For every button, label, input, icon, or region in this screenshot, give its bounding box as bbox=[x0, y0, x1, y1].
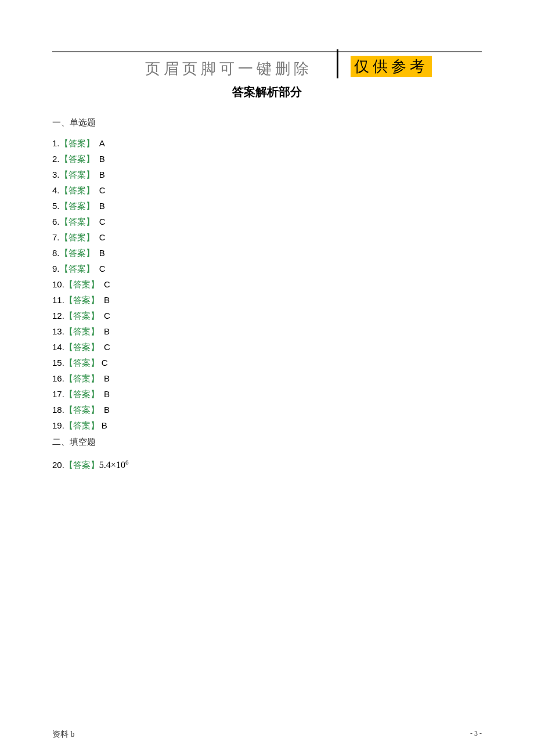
answer-label: 【答案】 bbox=[60, 248, 95, 258]
answer-value: C bbox=[102, 279, 110, 289]
page-title: 答案解析部分 bbox=[52, 84, 482, 100]
answer-number: 8. bbox=[52, 248, 60, 258]
answer-row: 8.【答案】 B bbox=[52, 245, 482, 261]
answer-value: B bbox=[102, 326, 110, 336]
answer-number: 5. bbox=[52, 201, 60, 211]
answer-value: C bbox=[102, 358, 108, 368]
answer-value: B bbox=[97, 248, 105, 258]
answer-label: 【答案】 bbox=[64, 279, 99, 289]
answer-value: B bbox=[97, 201, 105, 211]
answer-number: 19. bbox=[52, 420, 64, 430]
section-1-heading: 一、单选题 bbox=[52, 117, 482, 128]
answer-value: B bbox=[97, 154, 105, 164]
answer-label: 【答案】 bbox=[60, 138, 95, 148]
answer-number: 3. bbox=[52, 170, 60, 179]
answer-value: C bbox=[102, 311, 110, 321]
answer-number: 13. bbox=[52, 326, 64, 336]
footer-page-number: - 3 - bbox=[470, 729, 482, 740]
answer-value: B bbox=[97, 170, 105, 179]
answer-value: C bbox=[97, 217, 106, 226]
answer-row: 10.【答案】 C bbox=[52, 276, 482, 292]
multiple-choice-answers: 1.【答案】 A 2.【答案】 B 3.【答案】 B 4.【答案】 C 5.【答… bbox=[52, 135, 482, 433]
answer-label: 【答案】 bbox=[60, 264, 95, 273]
answer-number: 7. bbox=[52, 232, 60, 242]
answer-value: C bbox=[97, 264, 106, 273]
answer-number: 2. bbox=[52, 154, 60, 164]
footer-left: 资料 b bbox=[52, 729, 75, 740]
answer-row: 11.【答案】 B bbox=[52, 292, 482, 308]
page-footer: 资料 b - 3 - bbox=[52, 729, 482, 740]
answer-label: 【答案】 bbox=[64, 358, 99, 368]
header-underline bbox=[52, 51, 482, 52]
answer-value: A bbox=[97, 138, 105, 148]
answer-label: 【答案】 bbox=[60, 232, 95, 242]
answer-label: 【答案】 bbox=[64, 389, 99, 399]
formula-exponent: 6 bbox=[125, 459, 129, 466]
answer-number: 14. bbox=[52, 342, 64, 352]
answer-label: 【答案】 bbox=[64, 460, 99, 470]
answer-row: 1.【答案】 A bbox=[52, 135, 482, 151]
answer-number: 16. bbox=[52, 373, 64, 383]
answer-row: 15.【答案】C bbox=[52, 355, 482, 370]
answer-value: B bbox=[102, 373, 110, 383]
answer-number: 10. bbox=[52, 279, 64, 289]
answer-label: 【答案】 bbox=[64, 420, 99, 430]
answer-row: 18.【答案】 B bbox=[52, 402, 482, 417]
answer-label: 【答案】 bbox=[64, 405, 99, 415]
answer-row: 12.【答案】 C bbox=[52, 308, 482, 323]
answer-label: 【答案】 bbox=[64, 311, 99, 321]
section-2-heading: 二、填空题 bbox=[52, 437, 482, 448]
answer-number: 18. bbox=[52, 405, 64, 415]
answer-number: 15. bbox=[52, 358, 64, 368]
answer-row: 14.【答案】 C bbox=[52, 339, 482, 355]
answer-row: 13.【答案】 B bbox=[52, 323, 482, 339]
answer-label: 【答案】 bbox=[64, 342, 99, 352]
answer-label: 【答案】 bbox=[60, 185, 95, 195]
answer-number: 6. bbox=[52, 217, 60, 226]
answer-number: 9. bbox=[52, 264, 60, 273]
answer-row: 19.【答案】B bbox=[52, 417, 482, 433]
answer-value: B bbox=[102, 405, 110, 415]
answer-number: 11. bbox=[52, 295, 64, 305]
fill-blank-answer: 20.【答案】5.4×106 bbox=[52, 455, 482, 473]
answer-value: B bbox=[102, 420, 107, 430]
header-left-text: 页眉页脚可一键删除 bbox=[145, 59, 312, 79]
answer-value: C bbox=[102, 342, 110, 352]
header-right-badge: 仅供参考 bbox=[351, 56, 432, 77]
answer-row: 17.【答案】 B bbox=[52, 386, 482, 402]
answer-row: 6.【答案】 C bbox=[52, 214, 482, 229]
answer-number: 12. bbox=[52, 311, 64, 321]
answer-number: 4. bbox=[52, 185, 60, 195]
answer-value: C bbox=[97, 232, 106, 242]
answer-row: 16.【答案】 B bbox=[52, 370, 482, 386]
answer-label: 【答案】 bbox=[60, 217, 95, 226]
answer-value: B bbox=[102, 389, 110, 399]
answer-label: 【答案】 bbox=[64, 326, 99, 336]
header-divider bbox=[337, 49, 338, 78]
answer-label: 【答案】 bbox=[60, 170, 95, 179]
answer-row: 5.【答案】 B bbox=[52, 198, 482, 214]
answer-label: 【答案】 bbox=[60, 154, 95, 164]
answer-number: 17. bbox=[52, 389, 64, 399]
answer-row: 4.【答案】 C bbox=[52, 182, 482, 198]
answer-value: C bbox=[97, 185, 106, 195]
formula-base: 5.4×10 bbox=[99, 460, 125, 470]
answer-row: 7.【答案】 C bbox=[52, 229, 482, 245]
answer-label: 【答案】 bbox=[64, 295, 99, 305]
answer-row: 9.【答案】 C bbox=[52, 261, 482, 276]
answer-number: 20. bbox=[52, 460, 64, 470]
answer-row: 3.【答案】 B bbox=[52, 167, 482, 182]
answer-label: 【答案】 bbox=[64, 373, 99, 383]
answer-row: 2.【答案】 B bbox=[52, 151, 482, 167]
answer-number: 1. bbox=[52, 138, 60, 148]
answer-value: B bbox=[102, 295, 110, 305]
answer-formula: 5.4×106 bbox=[99, 460, 129, 470]
answer-label: 【答案】 bbox=[60, 201, 95, 211]
page-header: 页眉页脚可一键删除 仅供参考 bbox=[52, 51, 482, 52]
